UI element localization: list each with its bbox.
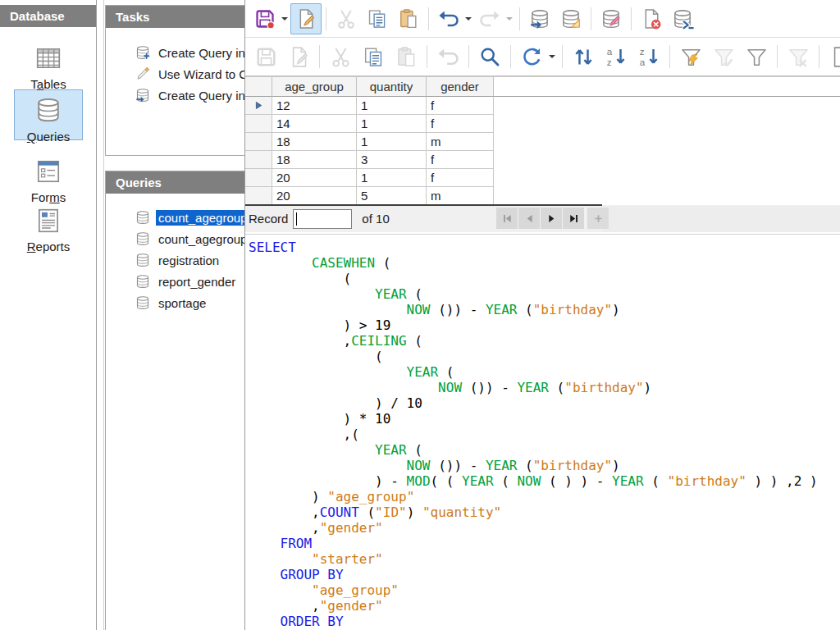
run-query-button[interactable] bbox=[524, 3, 555, 34]
clear-query-button[interactable] bbox=[636, 3, 667, 34]
panel-splitter[interactable] bbox=[99, 0, 104, 630]
undo-data-icon bbox=[436, 45, 460, 69]
sort-ascending-icon: az bbox=[605, 45, 628, 69]
database-icon bbox=[134, 294, 152, 311]
save-record-icon bbox=[254, 45, 278, 69]
delete-record-button[interactable] bbox=[824, 40, 840, 73]
clear-query-icon bbox=[640, 7, 663, 30]
cell-age_group[interactable]: 14 bbox=[272, 115, 357, 133]
cell-quantity[interactable]: 1 bbox=[357, 97, 427, 115]
cell-gender[interactable]: f bbox=[427, 169, 494, 187]
record-count-label: of 10 bbox=[362, 212, 389, 226]
cell-quantity[interactable]: 5 bbox=[357, 187, 427, 205]
sql-line: SELECT bbox=[245, 240, 840, 255]
svg-text:a: a bbox=[639, 57, 645, 67]
database-icon bbox=[134, 231, 152, 247]
cell-gender[interactable]: m bbox=[427, 187, 494, 205]
first-record-icon bbox=[502, 213, 513, 224]
sql-editor[interactable]: SELECTCASEWHEN ((YEAR (NOW ()) - YEAR ("… bbox=[245, 234, 840, 630]
sql-line: NOW ()) - YEAR ("birthday") bbox=[245, 380, 840, 395]
next-record-button[interactable] bbox=[541, 208, 562, 229]
cell-gender[interactable]: f bbox=[427, 115, 494, 133]
cell-age_group[interactable]: 18 bbox=[272, 151, 357, 169]
sql-line: ) / 10 bbox=[245, 395, 840, 411]
new-record-icon bbox=[593, 213, 604, 224]
cell-gender[interactable]: f bbox=[427, 151, 494, 169]
sql-line: CASEWHEN ( bbox=[245, 255, 840, 271]
sql-line: "age_group" bbox=[245, 582, 840, 598]
sidebar-item-queries[interactable]: Queries bbox=[0, 95, 97, 144]
row-header[interactable] bbox=[245, 115, 272, 133]
edit-document-button[interactable] bbox=[290, 3, 322, 34]
cell-gender[interactable]: m bbox=[427, 133, 494, 151]
sort-ascending-button[interactable]: az bbox=[600, 40, 632, 73]
row-header[interactable] bbox=[245, 133, 272, 151]
column-header-age_group[interactable]: age_group bbox=[272, 77, 357, 97]
row-header[interactable] bbox=[245, 97, 272, 115]
cell-quantity[interactable]: 1 bbox=[357, 133, 427, 151]
database-sql-icon bbox=[134, 87, 152, 103]
paste-icon bbox=[395, 45, 418, 69]
find-record-button[interactable] bbox=[473, 40, 506, 73]
sql-line: ,"gender" bbox=[245, 598, 840, 614]
sidebar-item-tables[interactable]: Tables bbox=[0, 44, 97, 91]
copy-button[interactable] bbox=[362, 3, 393, 34]
sidebar-item-reports[interactable]: Reports bbox=[0, 207, 97, 253]
row-header[interactable] bbox=[245, 187, 272, 205]
paste-button bbox=[390, 40, 422, 73]
paste-button[interactable] bbox=[393, 3, 424, 34]
save-button[interactable] bbox=[249, 3, 281, 34]
cell-age_group[interactable]: 20 bbox=[272, 169, 357, 187]
record-label: Record bbox=[249, 212, 288, 226]
tasks-panel-title: Tasks bbox=[116, 10, 149, 24]
wizard-icon bbox=[134, 66, 152, 82]
undo-dropdown[interactable] bbox=[465, 17, 472, 21]
edit-document-icon bbox=[294, 7, 317, 30]
refresh-button[interactable] bbox=[515, 40, 548, 73]
cell-age_group[interactable]: 12 bbox=[272, 97, 357, 115]
last-record-button[interactable] bbox=[563, 208, 584, 229]
sql-line: NOW ()) - YEAR ("birthday") bbox=[245, 458, 840, 473]
sidebar-item-forms[interactable]: Forms bbox=[0, 158, 97, 204]
sql-line: ,( bbox=[245, 427, 840, 442]
row-header[interactable] bbox=[245, 169, 272, 187]
column-header-quantity[interactable]: quantity bbox=[357, 77, 427, 97]
sort-button[interactable] bbox=[567, 40, 600, 73]
sort-descending-icon: za bbox=[637, 45, 661, 69]
save-icon bbox=[253, 7, 276, 30]
first-record-button bbox=[496, 208, 518, 229]
cell-gender[interactable]: f bbox=[427, 97, 494, 115]
standard-filter-button[interactable] bbox=[740, 40, 773, 73]
copy-button[interactable] bbox=[357, 40, 390, 73]
save-dropdown[interactable] bbox=[281, 17, 288, 21]
row-header[interactable] bbox=[245, 151, 272, 169]
list-item-label: count_agegroup_ bbox=[156, 231, 257, 247]
grid-corner-cell[interactable] bbox=[245, 77, 272, 97]
undo-button[interactable] bbox=[433, 3, 464, 34]
design-view-button[interactable] bbox=[555, 3, 587, 34]
record-number-input[interactable] bbox=[293, 209, 352, 229]
table-row: 181m bbox=[245, 133, 840, 151]
query-toolbar bbox=[245, 0, 840, 38]
database-icon bbox=[134, 209, 152, 226]
sort-descending-button[interactable]: za bbox=[632, 40, 665, 73]
edit-sql-button[interactable] bbox=[596, 3, 627, 34]
cell-quantity[interactable]: 1 bbox=[357, 115, 427, 133]
table-row: 141f bbox=[245, 115, 840, 133]
table-row: 201f bbox=[245, 169, 840, 187]
tables-icon bbox=[0, 44, 97, 75]
cell-age_group[interactable]: 20 bbox=[272, 187, 357, 205]
cell-quantity[interactable]: 1 bbox=[357, 169, 427, 187]
run-sql-direct-button[interactable] bbox=[667, 3, 698, 34]
reset-filter-button bbox=[782, 40, 815, 73]
delete-record-icon bbox=[829, 45, 840, 69]
sql-line: FROM bbox=[245, 536, 840, 551]
refresh-icon bbox=[520, 45, 544, 69]
cell-age_group[interactable]: 18 bbox=[272, 133, 357, 151]
autofilter-button[interactable] bbox=[674, 40, 707, 73]
cell-quantity[interactable]: 3 bbox=[357, 151, 427, 169]
refresh-dropdown[interactable] bbox=[549, 55, 555, 58]
column-header-gender[interactable]: gender bbox=[427, 77, 494, 97]
toolbar-separator bbox=[326, 7, 326, 30]
horizontal-scrollbar[interactable] bbox=[602, 206, 840, 232]
